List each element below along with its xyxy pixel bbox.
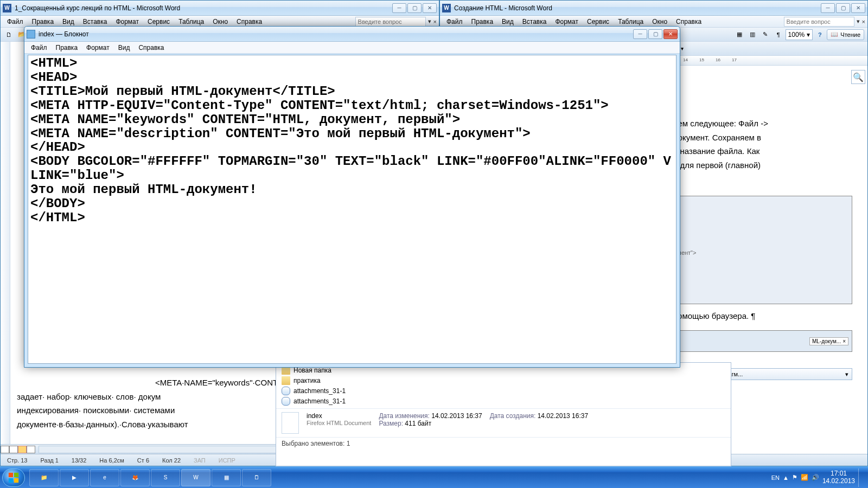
doc-close-button[interactable]: ×: [862, 18, 865, 25]
menu-table[interactable]: Таблица: [174, 18, 208, 25]
menu-format[interactable]: Формат: [111, 18, 143, 25]
menu-edit[interactable]: Правка: [467, 18, 498, 25]
menu-service[interactable]: Сервис: [143, 18, 174, 25]
zoom-selector[interactable]: 100%▾: [786, 29, 813, 40]
embedded-screenshot: кумент">: [667, 196, 852, 304]
tray-volume-icon[interactable]: 🔊: [812, 474, 819, 481]
minimize-button[interactable]: ─: [392, 3, 406, 13]
task-wmp[interactable]: ▶: [60, 469, 89, 486]
document-body[interactable]: аем следующее: Файл -> документ. Сохраня…: [667, 114, 856, 185]
menu-format[interactable]: Формат: [551, 18, 583, 25]
question-input[interactable]: [355, 17, 426, 27]
close-button[interactable]: ✕: [851, 3, 865, 13]
tray-action-center-icon[interactable]: ⚑: [792, 474, 797, 481]
size-label: Размер:: [379, 420, 403, 427]
task-unknown[interactable]: ▦: [212, 469, 241, 486]
minimize-button[interactable]: ─: [633, 29, 647, 39]
embedded-tab-strip: ML-докум...×: [667, 330, 852, 352]
pilcrow-icon[interactable]: ¶: [773, 29, 784, 41]
file-item[interactable]: attachments_31-1: [282, 386, 725, 396]
status-col: Кол 22: [159, 457, 184, 464]
file-list[interactable]: Новая папка практика attachments_31-1 at…: [276, 363, 731, 408]
task-explorer[interactable]: 📁: [29, 469, 59, 486]
start-button[interactable]: [2, 468, 25, 487]
view-outline-icon[interactable]: [27, 446, 35, 453]
file-name: attachments_31-1: [293, 397, 346, 405]
menu-insert[interactable]: Вставка: [79, 18, 112, 25]
folder-icon: [282, 376, 290, 385]
menu-view[interactable]: Вид: [114, 44, 135, 52]
menu-service[interactable]: Сервис: [583, 18, 614, 25]
drawing-icon[interactable]: ✎: [760, 29, 771, 41]
lang-indicator[interactable]: EN: [771, 474, 780, 481]
task-word[interactable]: W: [181, 469, 210, 486]
maximize-button[interactable]: ▢: [836, 3, 850, 13]
mod-value: 14.02.2013 16:37: [431, 412, 482, 420]
menu-file[interactable]: Файл: [27, 44, 52, 52]
menu-help[interactable]: Справка: [134, 44, 168, 52]
titlebar[interactable]: W Создание HTML - Microsoft Word ─ ▢ ✕: [440, 1, 867, 16]
system-tray: EN ▲ ⚑ 📶 🔊 17:01 14.02.2013: [771, 468, 866, 487]
menu-help[interactable]: Справка: [672, 18, 706, 25]
menu-edit[interactable]: Правка: [52, 44, 82, 52]
read-mode-button[interactable]: 📖Чтение: [827, 29, 864, 40]
task-firefox[interactable]: 🦊: [120, 469, 150, 486]
view-print-icon[interactable]: [18, 446, 27, 453]
help-icon[interactable]: ?: [814, 29, 826, 41]
question-dropdown[interactable]: ▾: [857, 18, 860, 25]
question-dropdown[interactable]: ▾: [428, 18, 431, 25]
file-type-icon: [282, 412, 299, 434]
menu-edit[interactable]: Правка: [28, 18, 59, 25]
svg-rect-0: [9, 472, 13, 477]
clock-time: 17:01: [822, 470, 855, 478]
titlebar[interactable]: W 1_Сокращенный курс лекций по HTML - Mi…: [1, 1, 439, 16]
menu-file[interactable]: Файл: [3, 18, 28, 25]
status-section: Разд 1: [37, 457, 61, 464]
tray-flag-icon[interactable]: ▲: [783, 474, 789, 481]
window-title: Создание HTML - Microsoft Word: [454, 4, 821, 12]
titlebar[interactable]: index — Блокнот ─ ▢ ✕: [24, 27, 680, 42]
columns-icon[interactable]: ▥: [746, 29, 758, 41]
size-value: 411 байт: [405, 420, 431, 427]
task-notepad[interactable]: 🗒: [242, 469, 271, 486]
selected-file-name: index: [307, 412, 371, 420]
menu-window[interactable]: Окно: [208, 18, 232, 25]
view-normal-icon[interactable]: [1, 446, 9, 453]
window-title: 1_Сокращенный курс лекций по HTML - Micr…: [15, 4, 392, 12]
menu-window[interactable]: Окно: [648, 18, 672, 25]
view-web-icon[interactable]: [9, 446, 18, 453]
new-doc-icon[interactable]: 🗋: [3, 29, 15, 41]
tray-network-icon[interactable]: 📶: [801, 474, 808, 481]
show-desktop-button[interactable]: [858, 468, 863, 487]
maximize-button[interactable]: ▢: [407, 3, 422, 13]
maximize-button[interactable]: ▢: [648, 29, 662, 39]
explorer-statusbar: Выбрано элементов: 1: [276, 437, 731, 450]
menu-help[interactable]: Справка: [232, 18, 266, 25]
details-pane: index Firefox HTML Document Дата изменен…: [276, 408, 731, 437]
file-item[interactable]: attachments_31-1: [282, 396, 725, 406]
tab-close-icon[interactable]: ×: [843, 338, 846, 344]
window-title: index — Блокнот: [39, 30, 633, 38]
menu-file[interactable]: Файл: [442, 18, 467, 25]
file-name: attachments_31-1: [293, 387, 346, 395]
notepad-text-area[interactable]: <HTML> <HEAD> <TITLE>Мой первый HTML-док…: [28, 55, 676, 364]
menu-format[interactable]: Формат: [82, 44, 114, 52]
close-button[interactable]: ✕: [423, 3, 437, 13]
document-body-2[interactable]: помощью браузера. ¶: [667, 307, 856, 325]
minimize-button[interactable]: ─: [821, 3, 835, 13]
search-icon[interactable]: 🔍: [851, 70, 865, 84]
notepad-icon: [27, 30, 35, 38]
menu-view[interactable]: Вид: [497, 18, 518, 25]
task-skype[interactable]: S: [151, 469, 180, 486]
menu-insert[interactable]: Вставка: [518, 18, 551, 25]
folder-item[interactable]: практика: [282, 375, 725, 386]
tables-icon[interactable]: ▦: [733, 29, 745, 41]
question-input[interactable]: [784, 17, 854, 27]
menubar: Файл Правка Формат Вид Справка: [24, 42, 680, 54]
close-button[interactable]: ✕: [663, 29, 678, 39]
menu-table[interactable]: Таблица: [614, 18, 648, 25]
menu-view[interactable]: Вид: [58, 18, 79, 25]
task-ie[interactable]: e: [90, 469, 119, 486]
doc-close-button[interactable]: ×: [433, 18, 437, 25]
clock[interactable]: 17:01 14.02.2013: [822, 470, 855, 485]
